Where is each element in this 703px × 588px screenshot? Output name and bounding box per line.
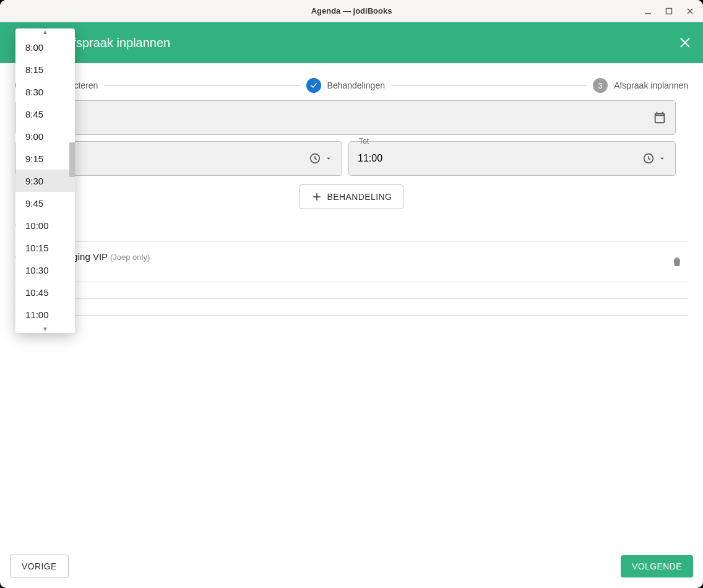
description-label: Omschrijving [15, 220, 688, 230]
chevron-down-icon [658, 154, 666, 163]
maximize-button[interactable] [660, 2, 678, 20]
app-window: Agenda — jodiBooks Afspraak inplannen Kl… [0, 0, 703, 588]
step-3[interactable]: 3 Afspraak inplannen [593, 78, 688, 93]
delete-treatment-button[interactable] [666, 251, 688, 273]
date-input[interactable] [24, 112, 653, 123]
svg-rect-1 [666, 8, 672, 14]
treatment-subtitle: (Joep only) [110, 253, 150, 262]
svg-rect-0 [645, 13, 651, 14]
check-icon [306, 78, 321, 93]
add-treatment-label: BEHANDELING [327, 192, 392, 202]
previous-label: VORIGE [22, 561, 57, 571]
clock-icon [308, 152, 322, 165]
step-3-label: Afspraak inplannen [614, 80, 688, 90]
treatment-duration: 1 uur 30 minuten [15, 263, 666, 272]
time-option[interactable]: 8:00 [15, 36, 75, 58]
time-option[interactable]: 10:45 [15, 281, 75, 303]
titlebar: Agenda — jodiBooks [0, 0, 703, 22]
scroll-down-arrow[interactable]: ▼ [15, 326, 75, 333]
clock-icon [642, 152, 655, 165]
previous-button[interactable]: VORIGE [10, 555, 69, 578]
time-dropdown[interactable]: ▲ 8:008:158:308:459:009:159:309:4510:001… [15, 28, 75, 333]
time-option[interactable]: 9:30 [15, 170, 75, 192]
treatment-row: Gelaatsverzorging VIP (Joep only) 1 uur … [15, 241, 688, 282]
time-option[interactable]: 9:15 [15, 147, 75, 170]
time-option[interactable]: 9:00 [15, 125, 75, 147]
step-2[interactable]: Behandelingen [306, 78, 385, 93]
time-option[interactable]: 10:15 [15, 236, 75, 259]
stepper-line [391, 85, 587, 86]
divider [15, 315, 688, 316]
time-option[interactable]: 8:15 [15, 58, 75, 80]
time-option[interactable]: 11:00 [15, 303, 75, 326]
time-option[interactable]: 8:30 [15, 80, 75, 103]
next-button[interactable]: VOLGENDE [621, 555, 693, 577]
time-to-field[interactable]: Tot [348, 141, 676, 176]
date-field[interactable] [15, 100, 676, 135]
window-title: Agenda — jodiBooks [311, 6, 392, 15]
time-options-list: 8:008:158:308:459:009:159:309:4510:0010:… [15, 36, 75, 326]
time-option[interactable]: 8:45 [15, 103, 75, 125]
time-option[interactable]: 9:45 [15, 192, 75, 214]
dialog-footer: VORIGE VOLGENDE [0, 547, 703, 588]
time-to-label: Tot [356, 137, 371, 145]
step-3-number: 3 [593, 78, 608, 93]
add-treatment-button[interactable]: BEHANDELING [300, 184, 404, 209]
plus-icon [311, 191, 322, 202]
step-2-label: Behandelingen [327, 80, 385, 90]
scrollbar-thumb[interactable] [69, 142, 75, 177]
calendar-icon[interactable] [653, 111, 666, 124]
window-controls [639, 0, 699, 22]
next-label: VOLGENDE [632, 561, 682, 571]
minimize-button[interactable] [639, 2, 657, 20]
time-option[interactable]: 10:30 [15, 259, 75, 281]
scroll-up-arrow[interactable]: ▲ [15, 28, 75, 36]
chevron-down-icon [324, 154, 333, 163]
dialog-content: Tot BEHANDELING Omschrij [0, 100, 703, 547]
stepper-line [104, 85, 300, 86]
time-option[interactable]: 10:00 [15, 214, 75, 236]
dialog-title: Afspraak inplannen [64, 36, 170, 50]
close-dialog-button[interactable] [678, 36, 692, 50]
dialog-header: Afspraak inplannen [0, 22, 703, 63]
close-window-button[interactable] [681, 2, 699, 20]
divider-section [15, 298, 688, 316]
divider [15, 298, 688, 299]
time-to-input[interactable] [358, 153, 642, 164]
treatment-title: Gelaatsverzorging VIP (Joep only) [15, 251, 666, 262]
stepper: Klant selecteren Behandelingen 3 Afspraa… [0, 63, 703, 100]
